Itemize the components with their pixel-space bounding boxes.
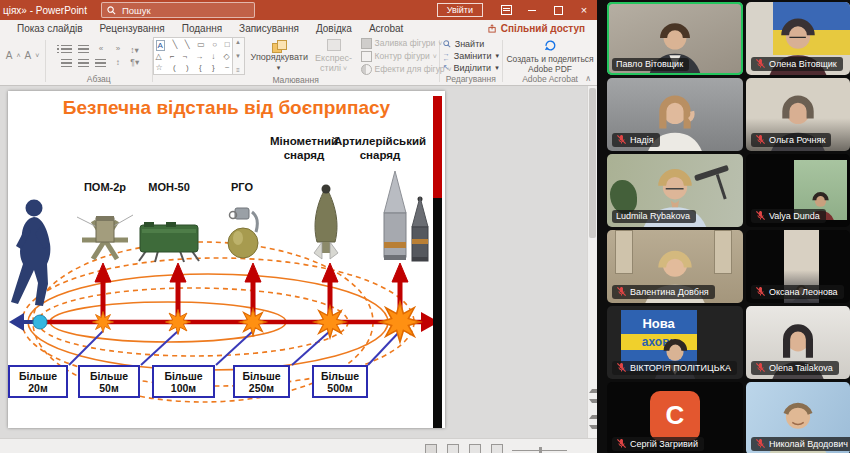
muted-mic-icon: [616, 134, 627, 145]
shape-outline-button[interactable]: Контур фігури˅: [361, 51, 437, 62]
participant-name: Olena Tailakova: [769, 363, 833, 373]
share-icon: [488, 24, 497, 33]
titlebar-controls: Увійти ×: [437, 0, 597, 20]
replace-icon: →←: [443, 51, 450, 61]
participant-name: Павло Вітовщик: [616, 59, 683, 69]
shapes-gallery[interactable]: А╲╲▭○□ △⌐¬→↓◇ ☆(){}~ ▲▼≡: [153, 37, 245, 75]
search-box[interactable]: [101, 2, 255, 18]
gallery-scroll[interactable]: ▲▼≡: [233, 37, 245, 75]
share-button[interactable]: Спільний доступ: [488, 23, 585, 34]
distance-box: Більше50м: [78, 365, 140, 398]
editing-group-label: Редагування: [446, 74, 496, 85]
label-rgo: РГО: [202, 181, 282, 193]
acrobat-group: Создать и поделитьсяAdobe PDF Adobe Acro…: [503, 37, 597, 85]
ribbon-groups: А˄ А˅ «» ↕ ↕▾¶▾ Абзац А╲╲▭○□: [0, 37, 597, 86]
close-icon[interactable]: ×: [571, 0, 597, 20]
video-tile-5[interactable]: Ludmila Rybakova: [607, 154, 743, 227]
video-tile-7[interactable]: Валентина Довбня: [607, 230, 743, 303]
view-slideshow-icon[interactable]: [491, 444, 503, 453]
participant-name: ВІКТОРІЯ ПОЛІТИЦЬКА: [630, 363, 731, 373]
video-tile-6[interactable]: Valya Dunda: [746, 154, 850, 227]
select-button[interactable]: ↖ Виділити▾: [443, 63, 499, 73]
video-tile-8[interactable]: Оксана Леонова: [746, 230, 850, 303]
shape-effects-button[interactable]: Ефекти для фігур˅: [361, 64, 452, 75]
video-grid: Павло Вітовщик Олена Вітовщик Надія: [607, 2, 850, 453]
window-title: ціях» - PowerPoint: [3, 5, 87, 16]
distance-box: Більше100м: [152, 365, 215, 398]
muted-mic-icon: [755, 134, 766, 145]
screen: { "colors":{ "ppt_accent":"#B7472A", "sl…: [0, 0, 850, 453]
ribbon-display-options-icon[interactable]: [493, 0, 519, 20]
quick-styles-button[interactable]: Експрес- стилі ˅: [313, 39, 355, 74]
ribbon-tabs: Показ слайдів Рецензування Подання Запис…: [0, 20, 597, 37]
paragraph-buttons[interactable]: «» ↕: [58, 42, 126, 70]
zoom-slider-knob[interactable]: [539, 447, 542, 453]
muted-mic-icon: [616, 286, 627, 297]
video-tile-2[interactable]: Олена Вітовщик: [746, 2, 850, 75]
video-tile-10[interactable]: Olena Tailakova: [746, 306, 850, 379]
tab-view[interactable]: Подання: [182, 23, 222, 34]
drawing-group-label: Малювання: [272, 75, 318, 86]
participant-avatar: С: [650, 391, 700, 441]
quick-styles-icon: [327, 39, 341, 51]
minimize-icon[interactable]: [519, 0, 545, 20]
find-button[interactable]: Знайти: [443, 39, 485, 49]
tab-acrobat[interactable]: Acrobat: [369, 23, 403, 34]
slide-title: Безпечна відстань від боєприпасу: [28, 97, 425, 119]
tab-recording[interactable]: Записування: [239, 23, 299, 34]
shape-fill-icon: [361, 38, 372, 49]
video-tile-4[interactable]: Ольга Рочняк: [746, 78, 850, 151]
ppt-statusbar: [0, 438, 597, 453]
slide[interactable]: Безпечна відстань від боєприпасу ПОМ-2р …: [8, 91, 445, 428]
tab-slideshow[interactable]: Показ слайдів: [17, 23, 83, 34]
vertical-scrollbar[interactable]: [587, 86, 597, 439]
participant-name: Валентина Довбня: [630, 287, 709, 297]
restore-icon[interactable]: [545, 0, 571, 20]
muted-mic-icon: [755, 438, 766, 449]
search-icon: [107, 6, 116, 15]
video-tile-1[interactable]: Павло Вітовщик: [607, 2, 743, 75]
video-tile-11[interactable]: С Сергій Загривий: [607, 382, 743, 453]
distance-box: Більше250м: [233, 365, 290, 398]
participant-name: Оксана Леонова: [769, 287, 838, 297]
shape-outline-icon: [361, 51, 372, 62]
video-tile-12[interactable]: Николай Вдодович: [746, 382, 850, 453]
tab-help[interactable]: Довідка: [316, 23, 352, 34]
mortar-shell: [314, 185, 338, 260]
avatar-letter: С: [666, 400, 685, 431]
view-reading-icon[interactable]: [469, 444, 481, 453]
view-sorter-icon[interactable]: [447, 444, 459, 453]
search-input[interactable]: [120, 4, 224, 17]
muted-mic-icon: [755, 286, 766, 297]
adobe-pdf-icon: [543, 38, 557, 52]
artillery-shells: [384, 171, 428, 261]
pom-2r-mine: [77, 215, 133, 259]
text-direction-buttons[interactable]: ↕▾¶▾: [130, 45, 139, 67]
muted-mic-icon: [755, 58, 766, 69]
font-icons[interactable]: А˄ А˅: [0, 37, 45, 74]
view-normal-icon[interactable]: [425, 444, 437, 453]
shape-fill-button[interactable]: Заливка фігури˅: [361, 38, 443, 49]
participant-name: Николай Вдодович: [769, 439, 848, 449]
editing-group: Знайти →← Замінити▾ ↖ Виділити▾ Редагува…: [440, 37, 503, 85]
arrange-icon: [272, 40, 286, 52]
muted-mic-icon: [755, 362, 766, 373]
arrange-button[interactable]: Упорядкувати ▾: [251, 40, 307, 73]
font-group-fragment: А˄ А˅: [0, 37, 45, 85]
video-tile-3[interactable]: Надія: [607, 78, 743, 151]
video-tile-9[interactable]: Нова аховк ВІКТОРІЯ ПОЛІТИЦЬКА: [607, 306, 743, 379]
create-adobe-pdf-button[interactable]: Создать и поделитьсяAdobe PDF: [506, 38, 593, 74]
replace-button[interactable]: →← Замінити▾: [443, 51, 499, 61]
collapse-ribbon-icon[interactable]: ∧: [585, 74, 591, 83]
tab-review[interactable]: Рецензування: [100, 23, 165, 34]
sign-in-button[interactable]: Увійти: [437, 3, 483, 17]
muted-mic-icon: [616, 438, 627, 449]
label-mon: МОН-50: [129, 181, 209, 193]
powerpoint-window: ціях» - PowerPoint Увійти × Показ слайді…: [0, 0, 597, 453]
scrollbar-thumb[interactable]: [589, 88, 596, 238]
drawing-group: А╲╲▭○□ △⌐¬→↓◇ ☆(){}~ ▲▼≡ Упорядкувати ▾ …: [153, 37, 439, 85]
acrobat-group-label: Adobe Acrobat: [522, 74, 578, 85]
shape-effects-icon: [361, 64, 372, 75]
participant-name: Valya Dunda: [769, 211, 820, 221]
participant-name: Ludmila Rybakova: [616, 211, 690, 221]
